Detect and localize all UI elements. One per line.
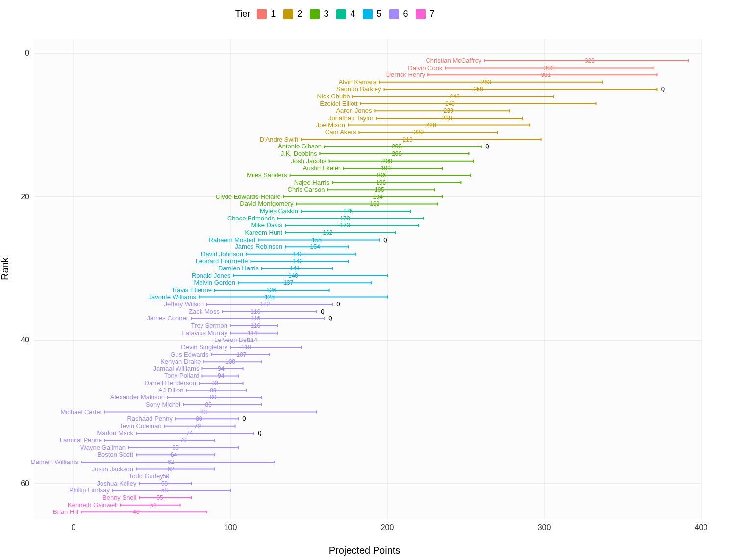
player-name: David Montgomery: [240, 200, 294, 207]
value-label: 143: [293, 258, 303, 265]
player-name: Chris Carson: [288, 186, 325, 193]
value-label: 58: [161, 480, 168, 487]
value-label: 90: [211, 380, 218, 387]
value-label: 239: [444, 107, 453, 114]
player-name: Derrick Henry: [386, 71, 426, 78]
value-label: 94: [218, 372, 225, 379]
player-row: 114Le'Veon Bell: [214, 336, 257, 343]
status-badge: Q: [242, 415, 246, 422]
value-label: 94: [218, 365, 225, 372]
player-name: AJ Dillon: [158, 387, 183, 394]
player-name: David Johnson: [201, 250, 243, 258]
player-name: Saquon Barkley: [336, 85, 381, 93]
svg-text:20: 20: [21, 193, 29, 201]
svg-text:300: 300: [538, 523, 551, 532]
player-name: Kareem Hunt: [245, 229, 282, 236]
player-name: Jonathan Taylor: [328, 114, 374, 122]
value-label: 125: [265, 294, 275, 301]
player-name: Le'Veon Bell: [214, 336, 250, 343]
player-name: Clyde Edwards-Helaire: [216, 193, 281, 200]
player-name: Melvin Gordon: [194, 279, 235, 286]
value-label: 329: [585, 57, 595, 64]
player-name: Sony Michel: [146, 401, 180, 408]
svg-text:40: 40: [21, 336, 29, 344]
status-badge: O: [336, 300, 340, 308]
value-label: 89: [210, 394, 217, 401]
player-name: Devin Singletary: [181, 343, 227, 351]
player-name: Aaron Jones: [336, 107, 372, 114]
value-label: 141: [290, 265, 300, 272]
player-name: Gus Edwards: [171, 351, 209, 358]
value-label: 70: [180, 437, 187, 444]
value-label: 154: [310, 243, 320, 250]
player-name: Benny Snell: [102, 494, 136, 501]
status-badge: Q: [328, 315, 332, 322]
player-name: Alexander Mattison: [110, 393, 165, 401]
player-name: Nick Chubb: [317, 93, 350, 100]
value-label: 238: [442, 115, 452, 122]
player-name: Myles Gaskin: [260, 207, 298, 215]
value-label: 192: [370, 200, 379, 207]
status-badge: Q: [321, 308, 325, 315]
value-label: 137: [283, 279, 293, 286]
player-name: Marlon Mack: [97, 429, 134, 437]
player-name: Kenyan Drake: [160, 358, 201, 365]
value-label: 140: [288, 272, 298, 279]
player-name: Cam Akers: [325, 128, 356, 136]
player-row: 59Todd Gurley: [129, 472, 170, 480]
value-label: 116: [251, 308, 260, 315]
svg-text:200: 200: [381, 523, 394, 532]
value-label: 173: [340, 222, 350, 229]
value-label: 122: [260, 301, 270, 308]
svg-text:0: 0: [72, 523, 76, 532]
player-name: Latavius Murray: [182, 329, 228, 337]
value-label: 206: [392, 150, 402, 157]
svg-text:400: 400: [695, 523, 708, 532]
value-label: 199: [381, 165, 391, 171]
value-label: 196: [376, 179, 386, 186]
value-label: 100: [226, 358, 235, 365]
player-name: Javonte Williams: [148, 293, 196, 301]
player-name: Josh Jacobs: [291, 157, 327, 165]
value-label: 65: [172, 444, 179, 451]
player-name: Tony Pollard: [164, 372, 200, 379]
value-label: 194: [373, 194, 383, 200]
player-name: Travis Etienne: [171, 286, 212, 293]
status-badge: Q: [383, 236, 387, 243]
player-name: Raheem Mostert: [209, 236, 256, 243]
value-label: 55: [156, 494, 163, 501]
value-label: 79: [194, 423, 201, 430]
player-name: Chase Edmonds: [227, 215, 275, 222]
value-label: 126: [266, 287, 276, 293]
value-label: 143: [293, 251, 303, 258]
value-label: 59: [163, 473, 170, 480]
value-label: 213: [403, 136, 413, 143]
player-name: Damien Harris: [218, 265, 259, 272]
value-label: 303: [544, 65, 554, 72]
value-label: 195: [375, 186, 384, 193]
player-name: Brian Hill: [53, 508, 78, 515]
value-label: 51: [151, 502, 157, 509]
player-name: Damien Williams: [31, 458, 78, 465]
player-name: Michael Carter: [60, 408, 102, 415]
value-label: 200: [382, 158, 392, 165]
player-name: Dalvin Cook: [408, 64, 443, 72]
player-name: Phillip Lindsay: [69, 487, 110, 494]
value-label: 114: [248, 330, 257, 337]
player-name: Tevin Coleman: [120, 422, 162, 430]
player-name: D'Andre Swift: [260, 136, 299, 143]
value-label: 62: [168, 466, 175, 473]
value-label: 110: [241, 344, 251, 351]
value-label: 40: [133, 509, 140, 515]
chart-canvas: 01002003004000204060329Christian McCaffr…: [0, 0, 729, 560]
value-label: 196: [376, 172, 386, 179]
value-label: 80: [196, 415, 202, 422]
value-label: 228: [427, 122, 436, 129]
value-label: 62: [168, 459, 175, 465]
value-label: 206: [392, 143, 402, 150]
player-name: Trey Sermon: [191, 322, 227, 329]
player-name: Boston Scott: [97, 451, 133, 458]
player-name: Todd Gurley: [129, 472, 164, 480]
value-label: 175: [343, 208, 353, 215]
value-label: 83: [201, 409, 207, 415]
